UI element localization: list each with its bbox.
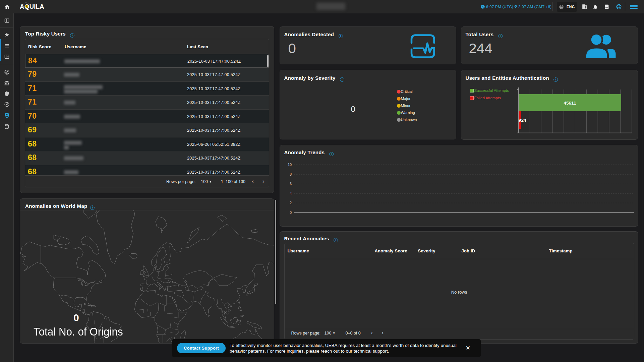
svg-text:8: 8 [290, 172, 292, 176]
svg-text:0: 0 [290, 210, 292, 215]
svg-text:924: 924 [519, 118, 526, 123]
svg-text:4: 4 [290, 191, 292, 195]
svg-text:45611: 45611 [564, 101, 576, 106]
svg-text:10: 10 [288, 163, 292, 167]
svg-text:6: 6 [290, 182, 292, 186]
svg-text:2: 2 [290, 201, 292, 205]
